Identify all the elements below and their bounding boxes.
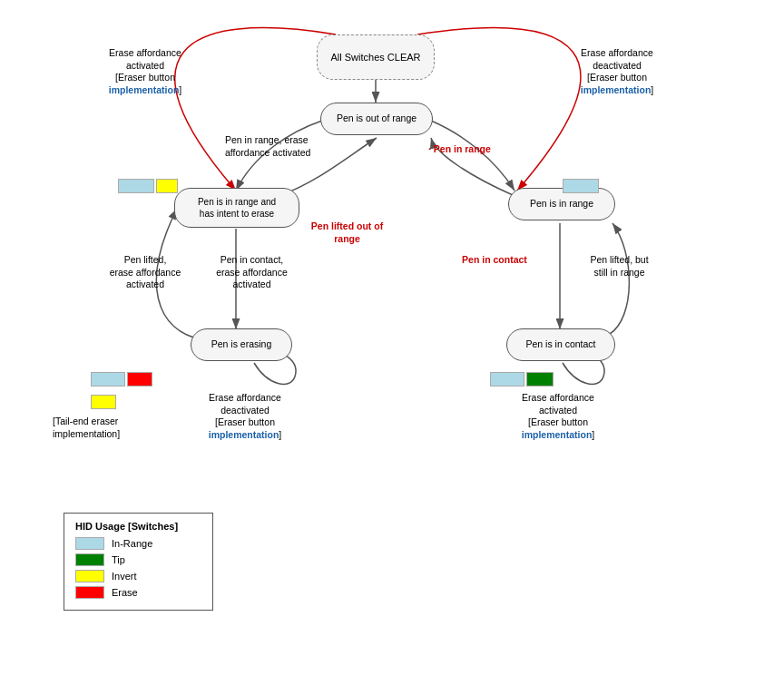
label-tail-end-eraser: [Tail-end eraserimplementation] [53,416,152,440]
label-pen-in-contact-erase: Pen in contact,erase affordanceactivated [204,254,299,291]
diagram: All Switches CLEAR Pen is out of range P… [0,0,784,685]
legend-title: HID Usage [Switches] [75,521,201,532]
node-pen-in-contact: Pen is in contact [506,328,615,361]
legend-swatch-invert [75,570,104,582]
bar-invert-erasing [91,395,116,409]
bar-invert-left [156,179,178,193]
legend-swatch-tip [75,553,104,566]
legend-row-tip: Tip [75,553,201,566]
bar-erase-erasing [127,372,152,387]
legend-swatch-erase [75,586,104,599]
label-pen-lifted-out-of-range: Pen lifted out ofrange [299,220,395,245]
legend-label-tip: Tip [112,554,125,565]
node-pen-out-of-range: Pen is out of range [320,103,433,135]
legend-label-in-range: In-Range [112,538,152,549]
bar-in-range-left [118,179,154,193]
bar-in-range-contact [490,372,524,387]
bar-in-range-erasing [91,372,125,387]
node-pen-in-range: Pen is in range [508,188,615,220]
label-pen-in-range: · Pen in range [428,143,510,156]
label-pen-lifted-still-in-range: Pen lifted, butstill in range [576,254,662,279]
legend-row-erase: Erase [75,586,201,599]
bar-in-range-right [563,179,599,193]
node-all-switches-clear: All Switches CLEAR [317,34,435,80]
node-pen-erasing: Pen is erasing [191,328,292,361]
label-pen-lifted-erase-affordance: Pen lifted,erase affordanceactivated [100,254,191,291]
label-erase-affordance-deactivated-right: Erase affordancedeactivated[Eraser butto… [558,47,676,97]
legend-box: HID Usage [Switches] In-Range Tip Invert… [64,513,213,611]
label-pen-in-range-erase-activated: Pen in range, eraseaffordance activated [225,134,325,159]
legend-row-in-range: In-Range [75,537,201,550]
label-erase-affordance-activated-bottom: Erase affordanceactivated[Eraser buttoni… [504,392,612,442]
label-erase-affordance-deactivated-bottom: Erase affordancedeactivated[Eraser butto… [191,392,299,442]
legend-row-invert: Invert [75,570,201,582]
label-pen-in-contact-right: Pen in contact [454,254,535,267]
label-erase-affordance-activated-left: Erase affordanceactivated[Eraser buttoni… [91,47,200,97]
bar-tip-contact [526,372,554,387]
legend-label-erase: Erase [112,587,138,598]
node-pen-in-range-erase: Pen is in range andhas intent to erase [174,188,299,228]
legend-label-invert: Invert [112,571,137,582]
legend-swatch-in-range [75,537,104,550]
